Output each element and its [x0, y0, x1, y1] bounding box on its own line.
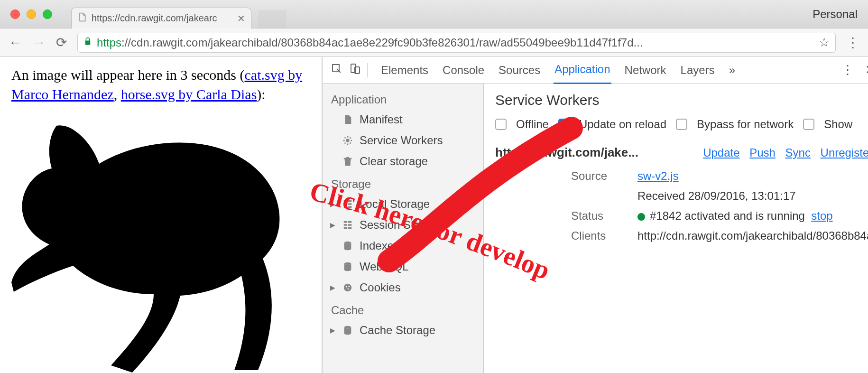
application-sidebar: Application Manifest Service Workers Cle…: [323, 84, 484, 373]
status-dot-icon: [637, 213, 645, 221]
maximize-window-button[interactable]: [43, 9, 52, 19]
svg-point-5: [344, 284, 352, 292]
sidebar-item-label: Service Workers: [360, 134, 443, 147]
database-icon: [342, 325, 353, 336]
link-source-file[interactable]: sw-v2.js: [637, 169, 679, 182]
status-text: #1842 activated and is running: [650, 209, 805, 222]
window-titlebar: https://cdn.rawgit.com/jakearc ✕ Persona…: [0, 0, 868, 28]
sidebar-item-manifest[interactable]: Manifest: [323, 109, 483, 130]
label-clients: Clients: [571, 229, 628, 242]
sidebar-item-service-workers[interactable]: Service Workers: [323, 130, 483, 151]
browser-menu-icon[interactable]: ⋮: [846, 35, 859, 50]
sidebar-item-cookies[interactable]: ▶ Cookies: [323, 277, 483, 298]
url-scheme: https: [97, 36, 121, 49]
page-text-before: An image will appear here in 3 seconds (: [11, 67, 245, 83]
sidebar-item-label: Local Storage: [360, 197, 430, 211]
svg-point-6: [346, 286, 347, 288]
tab-console[interactable]: Console: [442, 57, 485, 84]
minimize-window-button[interactable]: [27, 9, 36, 19]
sidebar-item-label: Manifest: [360, 113, 403, 126]
tab-elements[interactable]: Elements: [380, 57, 429, 84]
devtools-panel: Elements Console Sources Application Net…: [323, 57, 868, 373]
chevron-right-icon: ▶: [330, 284, 335, 291]
trash-icon: [342, 156, 353, 167]
grid-icon: [342, 199, 353, 209]
checkbox-offline[interactable]: [495, 119, 507, 130]
sw-details-grid: Source sw-v2.js Received 28/09/2016, 13:…: [571, 169, 868, 242]
sidebar-item-label: Cache Storage: [360, 324, 435, 337]
sidebar-item-local-storage[interactable]: ▶ Local Storage: [323, 194, 483, 214]
reload-button[interactable]: ⟳: [56, 35, 67, 50]
lock-icon: [83, 37, 92, 48]
back-button[interactable]: ←: [9, 35, 22, 50]
url-path: ://cdn.rawgit.com/jakearchibald/80368b84…: [121, 36, 643, 49]
chevron-right-icon: ▶: [330, 200, 335, 208]
gear-icon: [342, 135, 353, 146]
checkbox-offline-label: Offline: [516, 118, 549, 131]
close-window-button[interactable]: [10, 9, 20, 19]
devtools-menu-icon[interactable]: ⋮: [841, 63, 854, 77]
service-workers-pane: Service Workers Offline ✓ Update on relo…: [484, 84, 868, 373]
traffic-lights: [10, 9, 52, 19]
svg-point-7: [348, 286, 350, 287]
browser-toolbar: ← → ⟳ https://cdn.rawgit.com/jakearchiba…: [0, 28, 868, 57]
page-text-after: ):: [257, 86, 265, 102]
devtools-body: Application Manifest Service Workers Cle…: [323, 84, 868, 373]
sw-origin-text: http.....rawgit.com/jake...: [495, 145, 638, 160]
action-push[interactable]: Push: [749, 146, 776, 159]
grid-icon: [342, 220, 353, 230]
checkbox-bypass[interactable]: [676, 119, 687, 130]
action-unregister[interactable]: Unregister: [821, 146, 868, 159]
action-update[interactable]: Update: [703, 146, 739, 159]
sidebar-item-websql[interactable]: Web SQL: [323, 256, 483, 277]
tab-strip: https://cdn.rawgit.com/jakearc ✕: [71, 0, 286, 28]
file-icon: [77, 12, 87, 24]
checkbox-show[interactable]: [803, 119, 814, 130]
sidebar-item-label: Session Storage: [360, 218, 443, 232]
horse-image: [11, 107, 310, 373]
tab-application[interactable]: Application: [554, 56, 611, 84]
new-tab-button[interactable]: [258, 10, 286, 28]
content-area: An image will appear here in 3 seconds (…: [0, 57, 868, 373]
sidebar-item-label: Cookies: [360, 281, 401, 294]
tab-title: https://cdn.rawgit.com/jakearc: [92, 13, 217, 24]
svg-point-2: [346, 139, 349, 142]
sidebar-item-label: Clear storage: [360, 155, 428, 168]
link-horse-svg[interactable]: horse.svg by Carla Dias: [121, 86, 257, 102]
clients-text: http://cdn.rawgit.com/jakearchibald/8036…: [637, 229, 868, 242]
bookmark-star-icon[interactable]: ☆: [819, 35, 830, 50]
tab-network[interactable]: Network: [624, 57, 667, 84]
tab-sources[interactable]: Sources: [498, 57, 541, 84]
sw-checkbox-row: Offline ✓ Update on reload Bypass for ne…: [495, 118, 868, 131]
device-toggle-icon[interactable]: [349, 63, 360, 77]
svg-point-8: [348, 288, 349, 289]
page-text: An image will appear here in 3 seconds (…: [11, 65, 310, 104]
database-icon: [342, 241, 353, 251]
checkbox-update-on-reload[interactable]: ✓: [558, 119, 570, 130]
svg-point-9: [344, 326, 351, 329]
sidebar-section-cache: Cache: [323, 298, 483, 320]
address-bar[interactable]: https://cdn.rawgit.com/jakearchibald/803…: [77, 33, 836, 53]
checkbox-show-label: Show: [824, 118, 852, 131]
forward-button[interactable]: →: [32, 35, 46, 50]
sidebar-item-cache-storage[interactable]: ▶ Cache Storage: [323, 320, 483, 341]
sidebar-item-clear-storage[interactable]: Clear storage: [323, 151, 483, 172]
pane-heading: Service Workers: [495, 92, 868, 108]
inspect-icon[interactable]: [331, 63, 342, 77]
label-source: Source: [571, 169, 628, 183]
tab-layers[interactable]: Layers: [680, 57, 716, 84]
sidebar-item-session-storage[interactable]: ▶ Session Storage: [323, 214, 483, 235]
sidebar-item-indexeddb[interactable]: IndexedDB: [323, 235, 483, 256]
devtools-close-icon[interactable]: ✕: [865, 63, 868, 77]
tab-overflow-icon[interactable]: »: [728, 57, 736, 84]
tab-close-icon[interactable]: ✕: [237, 13, 245, 24]
sidebar-item-label: Web SQL: [360, 260, 409, 273]
sw-origin-row: http.....rawgit.com/jake... Update Push …: [495, 145, 868, 160]
profile-label[interactable]: Personal: [813, 8, 858, 21]
link-stop[interactable]: stop: [811, 209, 832, 222]
chevron-right-icon: ▶: [330, 326, 335, 334]
browser-tab-active[interactable]: https://cdn.rawgit.com/jakearc ✕: [71, 8, 251, 28]
sidebar-item-label: IndexedDB: [360, 239, 416, 252]
cookie-icon: [342, 282, 353, 293]
action-sync[interactable]: Sync: [785, 146, 811, 159]
